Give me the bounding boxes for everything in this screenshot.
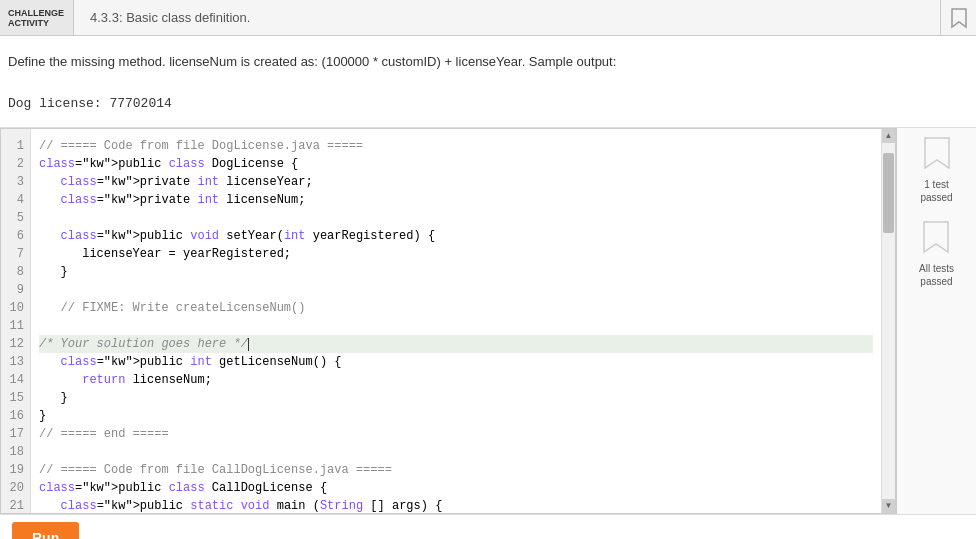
test2-label: All testspassed	[919, 262, 954, 288]
code-line: class="kw">private int licenseNum;	[39, 191, 873, 209]
activity-title: 4.3.3: Basic class definition.	[74, 0, 940, 35]
code-line: /* Your solution goes here */	[39, 335, 873, 353]
description-area: Define the missing method. licenseNum is…	[0, 36, 976, 88]
code-line	[39, 281, 873, 299]
code-line: }	[39, 263, 873, 281]
scroll-up-arrow[interactable]: ▲	[882, 129, 896, 143]
challenge-line1: CHALLENGE	[8, 8, 65, 18]
text-cursor	[248, 338, 249, 351]
test1-label: 1 testpassed	[920, 178, 952, 204]
line-numbers: 12345678910111213141516171819202122	[1, 129, 31, 513]
code-line: }	[39, 389, 873, 407]
code-line: return licenseNum;	[39, 371, 873, 389]
bookmark-button[interactable]	[940, 0, 976, 35]
right-panel: 1 testpassed All testspassed	[896, 128, 976, 514]
code-line: licenseYear = yearRegistered;	[39, 245, 873, 263]
code-line: // ===== Code from file CallDogLicense.j…	[39, 461, 873, 479]
bottom-bar: Run	[0, 514, 976, 540]
scroll-down-arrow[interactable]: ▼	[882, 499, 896, 513]
header: CHALLENGE ACTIVITY 4.3.3: Basic class de…	[0, 0, 976, 36]
code-line	[39, 317, 873, 335]
code-line	[39, 209, 873, 227]
test2-icon	[920, 220, 952, 258]
test1-badge: 1 testpassed	[920, 136, 952, 204]
test1-icon	[921, 136, 953, 174]
scrollbar-thumb[interactable]	[883, 153, 894, 233]
sample-output: Dog license: 77702014	[0, 88, 976, 127]
code-line: class="kw">public int getLicenseNum() {	[39, 353, 873, 371]
code-line	[39, 443, 873, 461]
code-line: }	[39, 407, 873, 425]
code-line: class="kw">public class CallDogLicense {	[39, 479, 873, 497]
code-line: class="kw">public void setYear(int yearR…	[39, 227, 873, 245]
scrollbar[interactable]: ▲ ▼	[881, 129, 895, 513]
code-line: class="kw">public static void main (Stri…	[39, 497, 873, 513]
code-editor[interactable]: 12345678910111213141516171819202122 // =…	[0, 128, 896, 514]
description-text: Define the missing method. licenseNum is…	[8, 52, 960, 72]
main-area: 12345678910111213141516171819202122 // =…	[0, 127, 976, 514]
code-line: // ===== end =====	[39, 425, 873, 443]
challenge-line2: ACTIVITY	[8, 18, 65, 28]
code-lines[interactable]: // ===== Code from file DogLicense.java …	[31, 129, 881, 513]
run-button[interactable]: Run	[12, 522, 79, 539]
code-line: class="kw">private int licenseYear;	[39, 173, 873, 191]
test2-badge: All testspassed	[919, 220, 954, 288]
code-line: // FIXME: Write createLicenseNum()	[39, 299, 873, 317]
code-line: class="kw">public class DogLicense {	[39, 155, 873, 173]
scrollbar-track[interactable]	[882, 143, 895, 499]
bookmark-icon	[950, 7, 968, 29]
challenge-label: CHALLENGE ACTIVITY	[0, 0, 74, 35]
code-line: // ===== Code from file DogLicense.java …	[39, 137, 873, 155]
